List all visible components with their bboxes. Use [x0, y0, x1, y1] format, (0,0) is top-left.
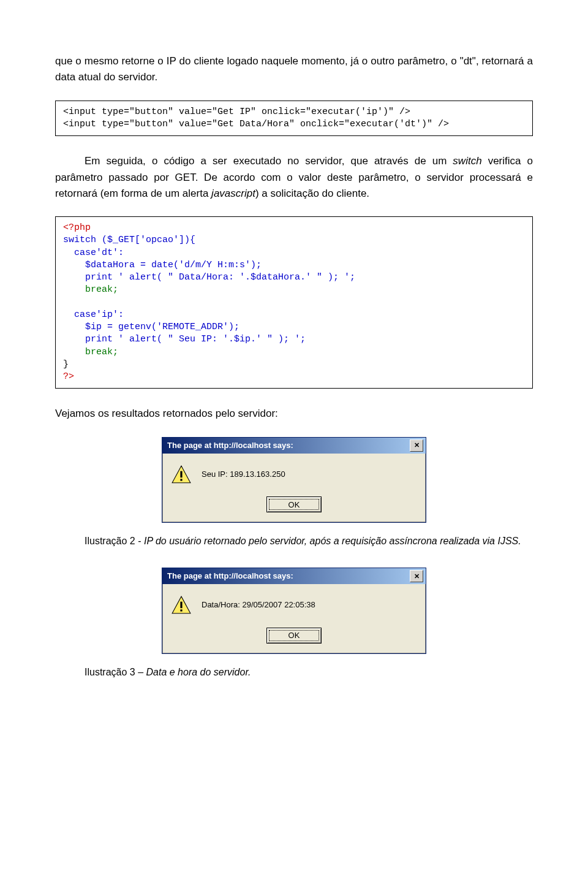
- caption-prefix: Ilustração 2 -: [85, 536, 144, 546]
- code-line: <?php: [63, 222, 91, 233]
- text-run: ) a solicitação do cliente.: [255, 188, 369, 199]
- warning-icon: [171, 465, 192, 485]
- close-icon: ✕: [414, 571, 420, 582]
- paragraph-1: que o mesmo retorne o IP do cliente loga…: [55, 53, 533, 86]
- dialog-title: The page at http://localhost says:: [167, 439, 293, 452]
- dialog-titlebar: The page at http://localhost says: ✕: [162, 438, 426, 454]
- dialog-actions: OK: [162, 490, 426, 513]
- alert-dialog-datetime: The page at http://localhost says: ✕ Dat…: [162, 568, 426, 654]
- code-line: $ip = getenv('REMOTE_ADDR');: [63, 322, 239, 332]
- code-line: case'ip':: [63, 310, 124, 320]
- dialog-body: Seu IP: 189.13.163.250: [162, 454, 426, 490]
- svg-rect-2: [180, 479, 182, 481]
- paragraph-2: Em seguida, o código a ser executado no …: [55, 153, 533, 202]
- code-line: <input type="button" value="Get Data/Hor…: [63, 119, 449, 129]
- dialog-body: Data/Hora: 29/05/2007 22:05:38: [162, 584, 426, 621]
- code-line: break;: [63, 284, 118, 295]
- text-italic-switch: switch: [453, 155, 481, 167]
- caption-prefix: Ilustração 3 –: [85, 667, 146, 677]
- code-line: }: [63, 359, 69, 370]
- warning-icon: [171, 595, 192, 616]
- ok-button[interactable]: OK: [266, 496, 322, 512]
- caption-body: Data e hora do servidor.: [146, 667, 251, 677]
- dialog-actions: OK: [162, 621, 426, 644]
- alert-dialog-ip: The page at http://localhost says: ✕ Seu…: [162, 437, 426, 523]
- dialog-titlebar: The page at http://localhost says: ✕: [162, 568, 426, 584]
- caption-body: IP do usuário retornado pelo servidor, a…: [144, 536, 521, 546]
- svg-rect-1: [180, 471, 182, 477]
- code-line: print ' alert( " Data/Hora: '.$dataHora.…: [63, 272, 355, 283]
- code-block-html: <input type="button" value="Get IP" oncl…: [55, 101, 533, 137]
- dialog-title: The page at http://localhost says:: [167, 570, 293, 582]
- dialog-message: Seu IP: 189.13.163.250: [202, 465, 285, 481]
- ok-button[interactable]: OK: [266, 628, 322, 644]
- code-block-php: <?php switch ($_GET['opcao']){ case'dt':…: [55, 216, 533, 389]
- page-content: que o mesmo retorne o IP do cliente loga…: [0, 0, 588, 723]
- code-line: print ' alert( " Seu IP: '.$ip.' " ); ';: [63, 334, 306, 344]
- close-button[interactable]: ✕: [410, 570, 423, 582]
- svg-rect-4: [180, 602, 182, 609]
- caption-2: Ilustração 3 – Data e hora do servidor.: [55, 665, 533, 680]
- text-italic-javascript: javascript: [211, 188, 255, 199]
- code-line: <input type="button" value="Get IP" oncl…: [63, 107, 410, 117]
- caption-1: Ilustração 2 - IP do usuário retornado p…: [55, 534, 533, 549]
- svg-rect-5: [180, 609, 182, 611]
- code-line: ?>: [63, 371, 74, 382]
- paragraph-3: Vejamos os resultados retornados pelo se…: [55, 406, 533, 422]
- dialog-message: Data/Hora: 29/05/2007 22:05:38: [202, 595, 315, 611]
- close-button[interactable]: ✕: [410, 439, 423, 452]
- text-run: Em seguida, o código a ser executado no …: [85, 155, 453, 167]
- close-icon: ✕: [414, 440, 420, 450]
- code-line: switch ($_GET['opcao']){: [63, 235, 195, 245]
- code-line: break;: [63, 347, 118, 357]
- code-line: case'dt':: [63, 248, 124, 258]
- code-line: $dataHora = date('d/m/Y H:m:s');: [63, 260, 262, 270]
